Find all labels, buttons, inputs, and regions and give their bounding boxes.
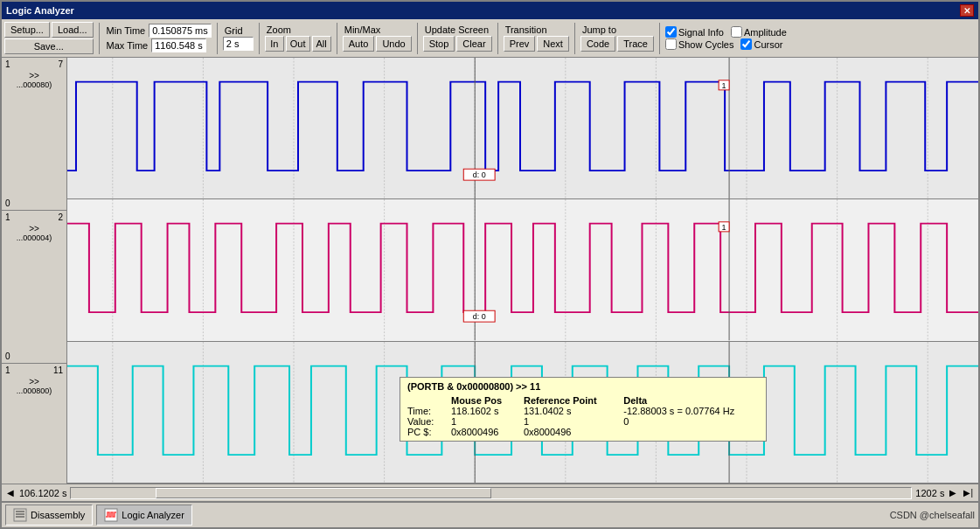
tooltip-value-ref: 1 — [524, 416, 623, 427]
signal-1-arrows: >> — [29, 71, 39, 80]
sep7 — [574, 23, 575, 54]
amplitude-checkbox-label[interactable]: Amplitude — [731, 26, 787, 38]
grid-value: 2 s — [223, 37, 254, 51]
signal-2-low: 0 — [5, 352, 10, 361]
svg-text:d: 0: d: 0 — [473, 313, 486, 322]
signal-1-high: 1 — [5, 59, 10, 69]
tooltip-value-label: Value: — [407, 416, 451, 427]
show-cycles-checkbox-label[interactable]: Show Cycles — [665, 38, 734, 50]
signal-3-arrows: >> — [29, 377, 39, 386]
waveform-row-2: d: 0 1 — [67, 199, 978, 341]
auto-button[interactable]: Auto — [343, 36, 375, 52]
setup-group: Setup... Load... Save... — [4, 22, 94, 54]
tooltip-time-label: Time: — [407, 406, 451, 416]
tooltip-time-delta: -12.88003 s = 0.07764 Hz — [623, 406, 759, 416]
signal-2-arrows: >> — [29, 224, 39, 233]
cursor-label: Cursor — [754, 39, 782, 50]
taskbar: Disassembly Logic Analyzer CSDN @chelsea… — [2, 501, 978, 527]
setup-button[interactable]: Setup... — [4, 22, 50, 38]
disassembly-label: Disassembly — [31, 510, 85, 520]
toolbar: Setup... Load... Save... Min Time 0.1508… — [2, 19, 978, 58]
waveform-area[interactable]: d: 0 1 — [67, 58, 978, 484]
disassembly-icon — [13, 508, 27, 522]
trace-button[interactable]: Trace — [617, 36, 654, 52]
svg-text:1: 1 — [722, 224, 726, 233]
zoom-in-button[interactable]: In — [265, 36, 284, 52]
amplitude-label: Amplitude — [744, 27, 787, 38]
tooltip-col1: Mouse Pos — [451, 395, 524, 406]
title-bar: Logic Analyzer ✕ — [2, 2, 978, 19]
signal-label-3: 1 11 >> ...000800) 0 — [2, 364, 66, 484]
sep5 — [417, 23, 418, 54]
minmax-label: Min/Max — [344, 24, 381, 35]
load-button[interactable]: Load... — [52, 22, 94, 38]
undo-button[interactable]: Undo — [376, 36, 411, 52]
show-cycles-checkbox[interactable] — [665, 38, 677, 50]
show-cycles-label: Show Cycles — [678, 39, 734, 50]
cursor-checkbox-label[interactable]: Cursor — [740, 38, 782, 50]
scrollbar-thumb[interactable] — [156, 488, 491, 498]
signal-label-row-1: 1 7 >> ...000080) 0 — [2, 58, 66, 211]
tooltip-title: (PORTB & 0x00000800) >> 11 — [407, 381, 759, 392]
svg-rect-44 — [14, 509, 26, 521]
credit-text: CSDN @chelseafall — [890, 510, 975, 520]
stop-button[interactable]: Stop — [423, 36, 455, 52]
sep4 — [337, 23, 337, 54]
sep6 — [497, 23, 498, 54]
signal-2-high: 1 — [5, 212, 10, 222]
window-title: Logic Analyzer — [6, 5, 74, 16]
tooltip-pc-ref: 0x8000496 — [524, 427, 623, 437]
bottom-bar: ◀ 106.1202 s 1202 s ▶ ▶| — [2, 484, 978, 501]
waveform-svg-2: d: 0 1 — [67, 199, 978, 340]
tooltip-time-ref: 131.0402 s — [524, 406, 623, 416]
max-time-value: 1160.548 s — [151, 38, 205, 52]
signal-1-low: 0 — [5, 198, 10, 208]
signal-info-checkbox-label[interactable]: Signal Info — [665, 26, 724, 38]
logic-analyzer-icon — [104, 508, 118, 522]
cursor-checkbox[interactable] — [740, 38, 752, 50]
update-screen-label: Update Screen — [425, 24, 489, 35]
disassembly-taskbar-button[interactable]: Disassembly — [5, 505, 93, 526]
options-group: Signal Info Amplitude Show Cycles Cursor — [665, 26, 787, 50]
signal-1-number: 7 — [58, 59, 63, 69]
transition-label: Transition — [505, 24, 547, 35]
jumpto-group: Jump to Code Trace — [580, 24, 654, 52]
tooltip-pc-label: PC $: — [407, 427, 451, 437]
update-group: Update Screen Stop Clear — [423, 24, 492, 52]
waveform-svg-1: d: 0 1 — [67, 58, 978, 198]
zoom-out-button[interactable]: Out — [286, 36, 310, 52]
main-window: Logic Analyzer ✕ Setup... Load... Save..… — [0, 0, 980, 529]
max-time-label: Max Time — [107, 40, 149, 51]
main-area: 1 7 >> ...000080) 0 — [2, 58, 978, 484]
sep3 — [259, 23, 260, 54]
amplitude-checkbox[interactable] — [731, 26, 742, 38]
clear-button[interactable]: Clear — [456, 36, 491, 52]
scroll-left-button[interactable]: ◀ — [5, 488, 16, 498]
signal-info-checkbox[interactable] — [665, 26, 677, 38]
tooltip-col2: Reference Point — [524, 395, 623, 406]
grid-label: Grid — [225, 25, 243, 36]
scroll-end-button[interactable]: ▶| — [962, 488, 975, 498]
signal-1-name: ...000080) — [17, 80, 52, 89]
min-time-label: Min Time — [107, 25, 146, 36]
zoom-all-button[interactable]: All — [312, 36, 331, 52]
tooltip-value-delta: 0 — [623, 416, 759, 427]
save-button[interactable]: Save... — [4, 38, 94, 54]
horizontal-scrollbar[interactable] — [70, 487, 912, 499]
logic-analyzer-taskbar-button[interactable]: Logic Analyzer — [96, 505, 192, 526]
tooltip-time-mouse: 118.1602 s — [451, 406, 524, 416]
prev-button[interactable]: Prev — [504, 36, 536, 52]
close-button[interactable]: ✕ — [960, 4, 974, 17]
tooltip-pc-mouse: 0x8000496 — [451, 427, 524, 437]
code-button[interactable]: Code — [580, 36, 615, 52]
waveform-row-3: (PORTB & 0x00000800) >> 11 Mouse Pos Ref… — [67, 342, 978, 484]
signal-3-number: 11 — [53, 365, 63, 375]
tooltip-pc-delta — [623, 427, 759, 437]
tooltip-box: (PORTB & 0x00000800) >> 11 Mouse Pos Ref… — [400, 377, 767, 442]
signal-panel: 1 7 >> ...000080) 0 — [2, 58, 67, 484]
minmax-group: Min/Max Auto Undo — [343, 24, 412, 52]
jumpto-label: Jump to — [582, 24, 616, 35]
next-button[interactable]: Next — [537, 36, 569, 52]
scroll-right-button[interactable]: ▶ — [948, 488, 958, 498]
zoom-label: Zoom — [267, 24, 291, 35]
